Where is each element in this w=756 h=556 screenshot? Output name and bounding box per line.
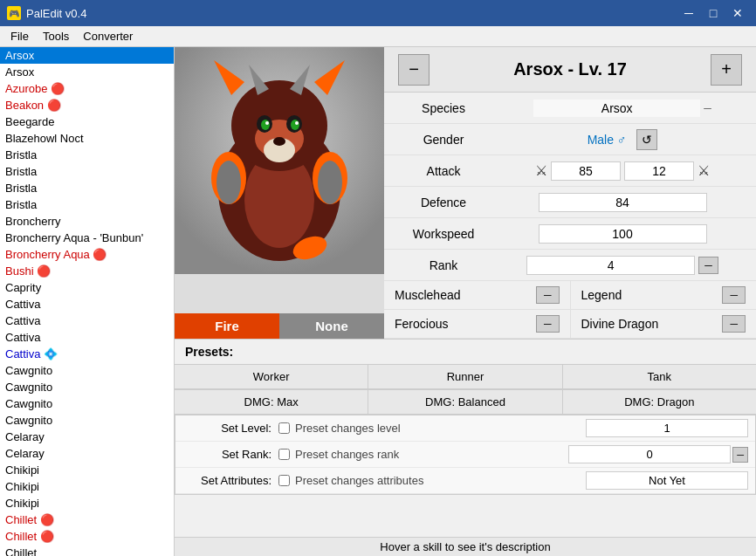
sidebar-item-chillet[interactable]: Chillet xyxy=(0,545,174,556)
sidebar-item-caprity[interactable]: Caprity xyxy=(0,279,174,296)
set-level-label: Set Level: xyxy=(182,422,278,435)
presets-section: Presets: Worker Runner Tank DMG: Max DMG… xyxy=(175,340,756,537)
rank-input[interactable] xyxy=(526,256,695,275)
attack-iv-input[interactable] xyxy=(624,161,694,181)
svg-point-12 xyxy=(265,121,269,125)
set-rank-value[interactable] xyxy=(568,445,731,463)
sidebar-item-bristla-1[interactable]: Bristla xyxy=(0,147,174,163)
trait-ferocious-button[interactable]: ─ xyxy=(536,315,560,333)
sidebar-item-cattiva-2[interactable]: Cattiva xyxy=(0,312,174,329)
close-button[interactable]: ✕ xyxy=(726,3,749,23)
sidebar-item-chikipi-3[interactable]: Chikipi xyxy=(0,495,174,511)
sidebar-item-celaray-1[interactable]: Celaray xyxy=(0,429,174,445)
sidebar-item-arsox-2[interactable]: Arsox xyxy=(0,64,174,80)
set-attributes-row: Set Attributes: Preset changes attribute… xyxy=(175,468,755,494)
species-label: Species xyxy=(391,101,496,115)
set-rank-checkbox[interactable] xyxy=(278,449,290,460)
increase-level-button[interactable]: + xyxy=(711,54,742,86)
title-bar-left: 🎮 PalEdit v0.4 xyxy=(7,6,86,20)
sidebar-item-cawgnito-3[interactable]: Cawgnito xyxy=(0,395,174,412)
trait-musclehead-label: Musclehead xyxy=(395,288,461,302)
sidebar-item-cattiva-1[interactable]: Cattiva xyxy=(0,296,174,312)
sidebar-item-bushi[interactable]: Bushi 🔴 xyxy=(0,263,174,279)
gender-label: Gender xyxy=(391,133,496,147)
workspeed-label: Workspeed xyxy=(391,227,496,241)
set-attributes-desc: Preset changes attributes xyxy=(295,474,586,487)
set-rank-dropdown-button[interactable]: ─ xyxy=(732,447,748,463)
preset-dmg-balanced-button[interactable]: DMG: Balanced xyxy=(368,390,562,415)
pal-illustration xyxy=(175,47,384,274)
sidebar-item-chillet-red-2[interactable]: Chillet 🔴 xyxy=(0,528,174,545)
set-attributes-checkbox[interactable] xyxy=(278,475,290,486)
trait-musclehead-button[interactable]: ─ xyxy=(536,286,560,304)
preset-dmg-max-button[interactable]: DMG: Max xyxy=(175,390,368,415)
sidebar-item-celaray-2[interactable]: Celaray xyxy=(0,445,174,462)
sidebar-item-broncherry-aqua-bunbun[interactable]: Broncherry Aqua - 'Bunbun' xyxy=(0,230,174,246)
type-badge-none[interactable]: None xyxy=(279,313,384,339)
sidebar-item-azurobe[interactable]: Azurobe 🔴 xyxy=(0,80,174,97)
workspeed-input[interactable] xyxy=(539,224,707,244)
preset-main-buttons: Worker Runner Tank xyxy=(175,365,756,390)
sidebar-item-arsox-1[interactable]: Arsox xyxy=(0,47,174,64)
sidebar-item-cattiva-3[interactable]: Cattiva xyxy=(0,329,174,346)
gender-row: Gender Male ♂ ↺ xyxy=(384,124,756,155)
sidebar-item-cawgnito-1[interactable]: Cawgnito xyxy=(0,362,174,379)
preset-dmg-dragon-button[interactable]: DMG: Dragon xyxy=(563,390,756,415)
species-dropdown-arrow[interactable]: ─ xyxy=(704,102,711,114)
trait-divine-dragon-button[interactable]: ─ xyxy=(722,315,746,333)
attack-value-area: ⚔ ⚔ xyxy=(496,161,749,181)
gender-value-area: Male ♂ ↺ xyxy=(496,129,749,150)
content-area: Fire None − Arsox - Lv. 17 + Species xyxy=(175,47,756,556)
menu-file[interactable]: File xyxy=(3,28,36,45)
sidebar-item-bristla-2[interactable]: Bristla xyxy=(0,163,174,180)
sidebar-item-cawgnito-4[interactable]: Cawgnito xyxy=(0,412,174,429)
trait-legend-button[interactable]: ─ xyxy=(722,286,746,304)
defence-row: Defence xyxy=(384,187,756,218)
trait-ferocious-label: Ferocious xyxy=(395,317,448,331)
sidebar-item-cattiva-blue[interactable]: Cattiva 💠 xyxy=(0,346,174,362)
sidebar-item-chikipi-2[interactable]: Chikipi xyxy=(0,478,174,495)
preset-worker-button[interactable]: Worker xyxy=(175,365,368,389)
attack-left-icon[interactable]: ⚔ xyxy=(535,162,547,179)
attack-input[interactable] xyxy=(551,161,621,181)
traits-row-1: Musclehead ─ Legend ─ xyxy=(384,281,756,310)
level-title: Arsox - Lv. 17 xyxy=(513,59,627,79)
minimize-button[interactable]: ─ xyxy=(677,3,700,23)
sidebar: Arsox Arsox Azurobe 🔴 Beakon 🔴 Beegarde … xyxy=(0,47,175,556)
menu-tools[interactable]: Tools xyxy=(36,28,76,45)
sidebar-item-bristla-4[interactable]: Bristla xyxy=(0,196,174,213)
sidebar-item-beakon[interactable]: Beakon 🔴 xyxy=(0,97,174,113)
sidebar-item-bristla-3[interactable]: Bristla xyxy=(0,180,174,196)
defence-label: Defence xyxy=(391,196,496,209)
svg-point-10 xyxy=(261,120,270,130)
set-attributes-value[interactable] xyxy=(586,471,748,490)
sidebar-item-broncherry-1[interactable]: Broncherry xyxy=(0,213,174,230)
randomize-gender-button[interactable]: ↺ xyxy=(636,129,657,150)
sidebar-item-chillet-red-1[interactable]: Chillet 🔴 xyxy=(0,511,174,528)
defence-input[interactable] xyxy=(539,193,707,212)
species-row: Species ─ xyxy=(384,93,756,124)
attack-right-icon[interactable]: ⚔ xyxy=(698,162,710,179)
sidebar-item-broncherry-aqua-red[interactable]: Broncherry Aqua 🔴 xyxy=(0,246,174,263)
preset-tank-button[interactable]: Tank xyxy=(563,365,756,389)
svg-point-21 xyxy=(273,137,285,146)
workspeed-value-area xyxy=(496,224,749,244)
set-level-checkbox[interactable] xyxy=(278,422,290,434)
sidebar-item-chikipi-1[interactable]: Chikipi xyxy=(0,462,174,478)
maximize-button[interactable]: □ xyxy=(702,3,725,23)
trait-cell-divine-dragon: Divine Dragon ─ xyxy=(571,310,757,338)
preset-runner-button[interactable]: Runner xyxy=(368,365,562,389)
set-level-value[interactable] xyxy=(586,419,748,437)
sidebar-item-blazehowl[interactable]: Blazehowl Noct xyxy=(0,130,174,147)
species-input[interactable] xyxy=(533,100,700,117)
sidebar-item-beegarde[interactable]: Beegarde xyxy=(0,113,174,130)
sidebar-item-cawgnito-2[interactable]: Cawgnito xyxy=(0,379,174,395)
trait-divine-dragon-label: Divine Dragon xyxy=(581,317,659,331)
defence-value-area xyxy=(496,193,749,212)
rank-dropdown-button[interactable]: ─ xyxy=(698,257,718,274)
decrease-level-button[interactable]: − xyxy=(398,54,430,86)
menu-converter[interactable]: Converter xyxy=(76,28,140,45)
app-icon: 🎮 xyxy=(7,6,21,20)
species-value-area: ─ xyxy=(496,100,749,117)
type-badge-fire[interactable]: Fire xyxy=(175,313,279,339)
